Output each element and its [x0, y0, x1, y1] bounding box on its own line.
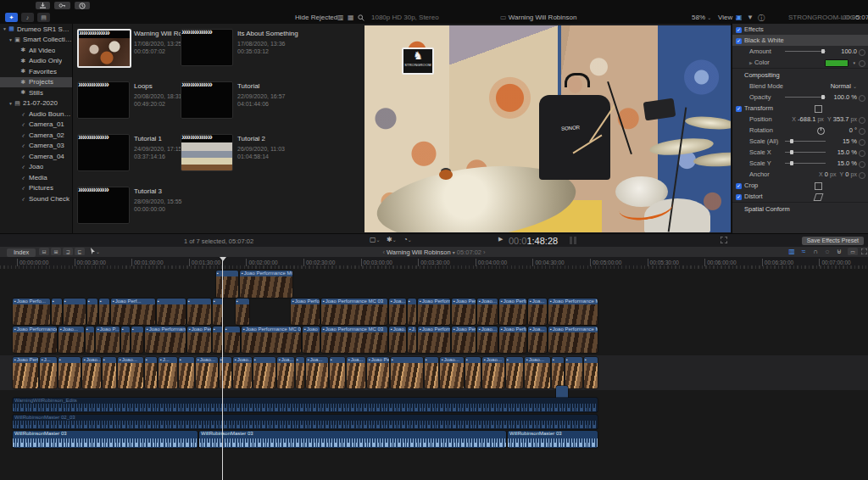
- clip-thumbnail[interactable]: »»»»»»»: [181, 81, 233, 119]
- timeline-video-clip[interactable]: J...: [40, 357, 57, 388]
- xy-values[interactable]: X -688.1 px Y 353.7 px: [792, 115, 857, 123]
- effects-inspector-tab[interactable]: ▼: [747, 14, 754, 21]
- popup-value[interactable]: Normal ⌄: [831, 82, 857, 90]
- checkbox-checked[interactable]: ✓: [736, 106, 742, 112]
- slider-track[interactable]: [785, 163, 826, 164]
- sidebar-item-smart-collections[interactable]: ▼▣Smart Collections: [0, 35, 72, 46]
- timeline-settings-button[interactable]: ▭: [848, 248, 858, 255]
- square-icon[interactable]: [815, 182, 822, 190]
- timeline-audio-clip[interactable]: WillRobinsonMaster 02_03: [13, 415, 598, 429]
- row-value[interactable]: 15 %: [843, 137, 857, 145]
- timeline-video-clip[interactable]: J...: [159, 357, 177, 388]
- sidebar-item-camera-03[interactable]: ⌐Camera_03: [0, 141, 72, 152]
- disclosure-triangle-icon[interactable]: ▼: [8, 101, 14, 106]
- browser-clip[interactable]: »»»»»»»Tutorial 226/09/2020, 11:0301:04:…: [178, 134, 320, 187]
- timeline-audio-clip[interactable]: WillRobinsonMaster 03: [13, 431, 198, 448]
- zoom-window-button[interactable]: [25, 3, 31, 8]
- background-tasks-button[interactable]: [75, 2, 90, 9]
- browser-clip[interactable]: »»»»»»»Tutorial22/09/2020, 16:5704:01:44…: [178, 81, 320, 134]
- clip-appearance-icon[interactable]: ▥: [337, 14, 344, 21]
- slider-track[interactable]: [785, 141, 826, 142]
- reset-button[interactable]: [859, 172, 865, 179]
- timeline-video-clip[interactable]: Joao Perfo...: [291, 299, 320, 325]
- timeline-video-clip[interactable]: [145, 357, 157, 388]
- timeline-video-clip[interactable]: [131, 327, 143, 353]
- timeline-video-clip[interactable]: [179, 357, 194, 388]
- project-prev-arrow[interactable]: ‹: [382, 248, 385, 256]
- save-effects-preset-button[interactable]: Save Effects Preset: [802, 237, 864, 245]
- sidebar-item-drumeo-sr1-samplin-[interactable]: ▼▦Drumeo SR1 Samplin...: [0, 24, 72, 35]
- viewer-overlay-tool[interactable]: ▢⌄: [370, 236, 381, 243]
- timeline-video-clip[interactable]: Joao...: [440, 357, 464, 388]
- timeline-video-clip[interactable]: Joa...: [389, 299, 406, 325]
- timeline-video-clip[interactable]: Joao Performa...: [418, 299, 450, 325]
- clip-thumbnail[interactable]: »»»»»»»: [77, 134, 130, 171]
- sidebar-item-favorites[interactable]: ✱Favorites: [0, 66, 72, 77]
- timeline-video-clip[interactable]: Joao...: [196, 357, 218, 388]
- rotation-dial[interactable]: [817, 127, 825, 135]
- strongroom-logo-overlay[interactable]: ♞ STRONGROOM: [402, 47, 434, 75]
- photos-audio-sidebar-tab[interactable]: ♪: [21, 13, 34, 22]
- sidebar-item-21-07-2020[interactable]: ▼▤21-07-2020: [0, 98, 72, 109]
- timeline-ruler[interactable]: 00:00:00:0000:00:30:0000:01:00:0000:01:3…: [0, 257, 868, 270]
- sidebar-item-stills[interactable]: ✱Stills: [0, 87, 72, 98]
- sidebar-item-all-video[interactable]: ✱All Video: [0, 45, 72, 56]
- xy-values[interactable]: X 0 px Y 0 px: [819, 170, 857, 178]
- timeline-video-clip[interactable]: [391, 357, 423, 388]
- clip-thumbnail[interactable]: »»»»»»»: [181, 29, 233, 66]
- checkbox-checked[interactable]: ✓: [736, 38, 742, 44]
- slider-track[interactable]: [785, 51, 826, 52]
- timeline-video-clip[interactable]: Joao Perfo...: [499, 299, 526, 325]
- checkbox-checked[interactable]: ✓: [736, 27, 742, 33]
- row-value[interactable]: 15.0 %: [837, 159, 857, 167]
- timeline-project-name[interactable]: Warning Will Robinson: [387, 248, 451, 256]
- browser-clip[interactable]: »»»»»»»Its About Something17/08/2020, 13…: [178, 29, 320, 81]
- slider-knob[interactable]: [821, 49, 825, 53]
- clip-appearance-audio-toggle[interactable]: ≈: [798, 248, 809, 255]
- row-value[interactable]: 15.0 %: [837, 148, 857, 156]
- sidebar-item-audio-only[interactable]: ✱Audio Only: [0, 56, 72, 67]
- sidebar-item-sound-check[interactable]: ⌐Sound Check: [0, 193, 72, 204]
- slider-knob[interactable]: [821, 95, 825, 99]
- sidebar-item-audio-bounces[interactable]: ⌐Audio Bounces: [0, 109, 72, 120]
- timeline-video-clip[interactable]: Joa...: [528, 327, 547, 353]
- timeline-video-clip[interactable]: Joao Per...: [452, 299, 476, 325]
- timeline-video-clip[interactable]: Joao Perf...: [13, 357, 38, 388]
- row-value[interactable]: 0 °: [849, 126, 857, 134]
- timeline-video-clip[interactable]: Joa...: [528, 299, 547, 325]
- minimize-window-button[interactable]: [16, 3, 21, 8]
- timeline-video-clip[interactable]: Joao Perfo...: [303, 327, 320, 353]
- timeline-video-clip[interactable]: [584, 357, 598, 388]
- timeline-video-clip[interactable]: [225, 327, 240, 353]
- slider-knob[interactable]: [790, 161, 793, 165]
- timeline-video-clip[interactable]: [330, 357, 345, 388]
- timeline-video-clip[interactable]: [236, 299, 249, 325]
- reset-button[interactable]: [859, 139, 865, 146]
- distort-icon[interactable]: [814, 193, 824, 201]
- sidebar-item-camera-01[interactable]: ⌐Camera_01: [0, 120, 72, 131]
- row-value[interactable]: 100.0 %: [833, 93, 857, 101]
- timeline-video-clip[interactable]: Joao Per...: [187, 327, 211, 353]
- timeline-video-clip[interactable]: Joao...: [477, 327, 498, 353]
- video-inspector-tab[interactable]: ▣: [736, 14, 743, 21]
- timeline-video-clip[interactable]: [425, 357, 438, 388]
- timeline-video-clip[interactable]: [565, 357, 582, 388]
- timeline-video-clip[interactable]: [506, 357, 523, 388]
- search-button[interactable]: [358, 14, 364, 21]
- checkbox-checked[interactable]: ✓: [736, 194, 742, 200]
- clip-thumbnail[interactable]: »»»»»»»: [77, 81, 130, 119]
- reset-button[interactable]: [859, 49, 865, 56]
- viewer-zoom-popup[interactable]: 58% ⌄: [692, 14, 711, 21]
- timeline-video-clip[interactable]: [121, 327, 130, 353]
- disclosure-triangle-icon[interactable]: ▼: [8, 37, 14, 42]
- disclosure-triangle-icon[interactable]: ▼: [2, 26, 8, 31]
- timeline-video-clip[interactable]: [465, 357, 481, 388]
- timeline-video-clip[interactable]: Joa...: [306, 357, 328, 388]
- clip-thumbnail[interactable]: »»»»»»»: [77, 29, 131, 68]
- timeline-video-clip[interactable]: Joao...: [118, 357, 143, 388]
- timeline-video-clip[interactable]: [99, 299, 109, 325]
- timeline-video-clip[interactable]: Joao Performance MC...: [240, 271, 292, 298]
- checkbox-checked[interactable]: ✓: [736, 183, 742, 189]
- reset-button[interactable]: [859, 128, 865, 135]
- color-swatch[interactable]: [825, 59, 849, 67]
